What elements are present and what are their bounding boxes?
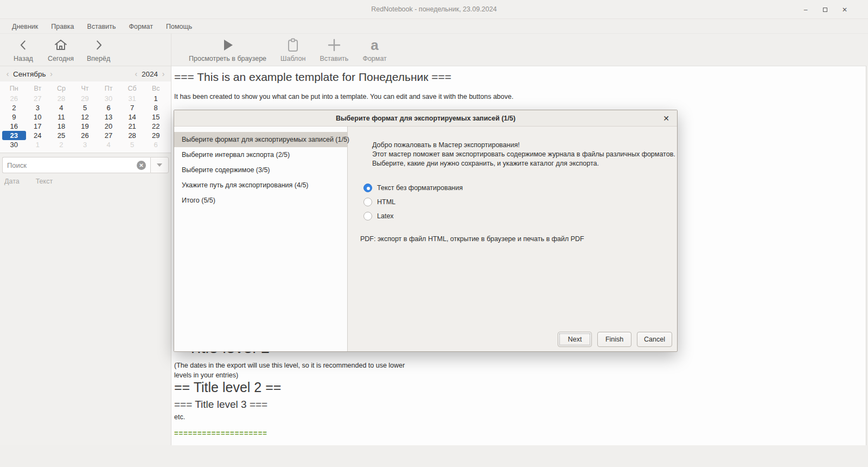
search-options-button[interactable] <box>150 157 169 173</box>
calendar-day[interactable]: 28 <box>49 94 73 103</box>
menu-item[interactable]: Вставить <box>82 21 122 32</box>
calendar-day[interactable]: 5 <box>120 140 144 149</box>
format-radio-option[interactable]: HTML <box>363 195 463 209</box>
calendar-day[interactable]: 1 <box>26 140 50 149</box>
calendar-day[interactable]: 18 <box>49 122 73 131</box>
calendar-day[interactable]: 29 <box>144 131 168 140</box>
calendar-day[interactable]: 1 <box>144 94 168 103</box>
calendar-day[interactable]: 6 <box>97 103 120 112</box>
calendar-day[interactable]: 10 <box>26 112 50 122</box>
format-radio-option[interactable]: Текст без форматирования <box>363 181 463 195</box>
calendar-day[interactable]: 22 <box>144 122 168 131</box>
calendar-day[interactable]: 30 <box>97 94 120 103</box>
editor-heading: === This is an example template for Поне… <box>171 66 866 84</box>
calendar-day[interactable]: 4 <box>49 103 73 112</box>
calendar-day[interactable]: 9 <box>2 112 26 122</box>
calendar-day[interactable]: 8 <box>144 103 168 112</box>
next-month-arrow-icon[interactable]: › <box>48 70 54 78</box>
wizard-step-item[interactable]: Выберите содержимое (3/5) <box>174 162 347 178</box>
calendar-day[interactable]: 16 <box>2 122 26 131</box>
menu-item[interactable]: Дневник <box>7 21 43 32</box>
calendar-day[interactable]: 3 <box>26 103 50 112</box>
cancel-button[interactable]: Cancel <box>637 332 672 347</box>
left-panel: ‹ Сентябрь › ‹ 2024 › ПнВтСрЧтПтСбВс 262… <box>0 66 171 445</box>
calendar-day[interactable]: 25 <box>49 131 73 140</box>
calendar-day[interactable]: 2 <box>49 140 73 149</box>
wizard-step-item[interactable]: Выберите интервал экспорта (2/5) <box>174 147 347 162</box>
calendar-day[interactable]: 7 <box>120 103 144 112</box>
calendar-day[interactable]: 3 <box>73 140 97 149</box>
calendar-day[interactable]: 5 <box>73 103 97 112</box>
radio-icon <box>363 184 372 192</box>
calendar-day[interactable]: 27 <box>97 131 120 140</box>
calendar-day[interactable]: 28 <box>120 131 144 140</box>
calendar-day[interactable]: 4 <box>97 140 120 149</box>
wizard-step-item[interactable]: Выберите формат для экспортируемых запис… <box>174 132 347 147</box>
clipboard-icon <box>286 37 299 53</box>
wizard-step-item[interactable]: Укажите путь для экспортирования (4/5) <box>174 178 347 193</box>
prev-year-arrow-icon[interactable]: ‹ <box>133 70 139 78</box>
menu-item[interactable]: Правка <box>46 21 79 32</box>
minimize-button[interactable]: – <box>802 6 809 14</box>
prev-month-arrow-icon[interactable]: ‹ <box>4 70 11 78</box>
calendar-day[interactable]: 11 <box>49 112 73 122</box>
clear-search-icon[interactable]: ✕ <box>137 161 146 170</box>
calendar-day[interactable]: 24 <box>26 131 50 140</box>
calendar-day[interactable]: 21 <box>120 122 144 131</box>
back-button[interactable]: Назад <box>8 37 39 62</box>
welcome-line: Выберите, какие дни нужно сохранить, и у… <box>372 159 675 168</box>
next-button[interactable]: Next <box>558 332 592 347</box>
play-icon <box>221 37 234 53</box>
template-button[interactable]: Шаблон <box>276 37 310 62</box>
chevron-down-icon <box>157 163 162 167</box>
search-input[interactable] <box>7 161 137 169</box>
next-year-arrow-icon[interactable]: › <box>160 70 167 78</box>
calendar-day[interactable]: 27 <box>26 94 50 103</box>
entries-column-header[interactable]: Текст <box>36 178 53 185</box>
forward-button[interactable]: Вперёд <box>82 37 114 62</box>
wizard-step-item[interactable]: Итого (5/5) <box>174 193 347 208</box>
calendar-month-label: Сентябрь <box>13 70 46 78</box>
calendar-day[interactable]: 30 <box>2 140 26 149</box>
calendar-day[interactable]: 19 <box>73 122 97 131</box>
menu-item[interactable]: Помощь <box>161 21 197 32</box>
calendar-day[interactable]: 6 <box>144 140 168 149</box>
calendar-day[interactable]: 2 <box>2 103 26 112</box>
calendar-day[interactable]: 31 <box>120 94 144 103</box>
calendar-day[interactable]: 26 <box>2 94 26 103</box>
calendar-day[interactable]: 17 <box>26 122 50 131</box>
preview-in-browser-button[interactable]: Просмотреть в браузере <box>184 37 271 62</box>
weekday-label: Чт <box>73 83 97 94</box>
maximize-button[interactable] <box>821 6 829 14</box>
calendar-day[interactable]: 23 <box>2 131 26 140</box>
search-bar: ✕ <box>2 157 169 173</box>
calendar-day[interactable]: 15 <box>144 112 168 122</box>
calendar-day[interactable]: 13 <box>97 112 120 122</box>
pdf-note: PDF: экспорт в файл HTML, открытие в бра… <box>360 235 584 243</box>
format-radio-option[interactable]: Latex <box>363 209 463 223</box>
editor-title-level-3: === Title level 3 === <box>174 399 267 411</box>
format-button[interactable]: a Формат <box>358 37 391 62</box>
menu-item[interactable]: Формат <box>124 21 158 32</box>
weekday-label: Вс <box>144 83 168 94</box>
today-button[interactable]: Сегодня <box>43 37 78 62</box>
insert-button[interactable]: Вставить <box>315 37 353 62</box>
calendar-header: ‹ Сентябрь › ‹ 2024 › <box>0 66 171 81</box>
finish-button[interactable]: Finish <box>597 332 631 347</box>
welcome-line: Добро пожаловать в Мастер экспортировани… <box>372 141 675 150</box>
calendar-day[interactable]: 14 <box>120 112 144 122</box>
dialog-close-button[interactable]: ✕ <box>663 110 669 127</box>
wizard-steps-list: Выберите формат для экспортируемых запис… <box>174 127 348 351</box>
calendar-day[interactable]: 12 <box>73 112 97 122</box>
editor-divider-line: ==================== <box>174 429 267 437</box>
close-button[interactable]: ✕ <box>841 6 848 14</box>
calendar-day[interactable]: 26 <box>73 131 97 140</box>
entries-column-header[interactable]: Дата <box>4 178 20 185</box>
weekday-label: Пт <box>97 83 120 94</box>
toolbar-actions: Просмотреть в браузере Шаблон Вставить a… <box>171 34 868 66</box>
calendar-day[interactable]: 29 <box>73 94 97 103</box>
radio-icon <box>363 198 372 206</box>
wizard-page-content: Добро пожаловать в Мастер экспортировани… <box>348 127 677 351</box>
calendar: ПнВтСрЧтПтСбВс 2627282930311234567891011… <box>0 81 171 153</box>
calendar-day[interactable]: 20 <box>97 122 120 131</box>
